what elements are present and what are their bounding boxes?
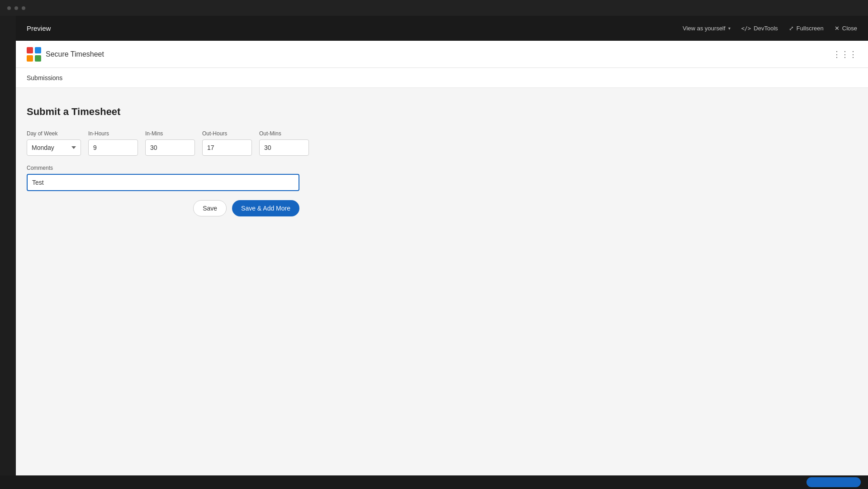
in-hours-label: In-Hours [88,130,138,137]
out-hours-input[interactable] [202,139,252,156]
form-fields-row: Day of Week Monday Tuesday Wednesday Thu… [27,130,857,156]
comments-group: Comments [27,165,857,191]
submissions-link[interactable]: Submissions [27,70,62,86]
in-mins-input[interactable] [145,139,195,156]
save-button[interactable]: Save [193,200,227,216]
in-hours-input[interactable] [88,139,138,156]
form-actions: Save Save & Add More [27,200,299,216]
out-mins-input[interactable] [259,139,309,156]
day-of-week-select[interactable]: Monday Tuesday Wednesday Thursday Friday… [27,139,81,156]
fullscreen-icon: ⤢ [789,25,794,32]
devtools-button[interactable]: </> DevTools [741,25,778,32]
chevron-down-icon: ▾ [728,26,730,31]
out-hours-group: Out-Hours [202,130,252,156]
in-hours-group: In-Hours [88,130,138,156]
save-and-add-more-button[interactable]: Save & Add More [232,200,299,216]
logo-icon [27,47,41,62]
day-of-week-group: Day of Week Monday Tuesday Wednesday Thu… [27,130,81,156]
day-of-week-label: Day of Week [27,130,81,137]
fullscreen-button[interactable]: ⤢ Fullscreen [789,25,824,32]
devtools-icon: </> [741,25,751,32]
view-as-yourself-label: View as yourself [683,25,725,32]
form-title: Submit a Timesheet [27,106,857,118]
outer-bottom-bar [0,475,868,489]
preview-title: Preview [27,24,51,32]
app-navbar: Secure Timesheet ⋮⋮⋮ [16,41,868,68]
outer-top-bar [0,0,868,16]
logo-square-bl [27,55,33,62]
close-label: Close [842,25,857,32]
app-logo: Secure Timesheet [27,47,104,62]
devtools-label: DevTools [754,25,778,32]
bottom-bar-button [806,477,861,487]
logo-square-br [35,55,41,62]
logo-square-tr [35,47,41,53]
in-mins-group: In-Mins [145,130,195,156]
preview-header: Preview View as yourself ▾ </> DevTools … [16,16,868,41]
form-area: Submit a Timesheet Day of Week Monday Tu… [16,88,868,475]
view-as-yourself-button[interactable]: View as yourself ▾ [683,25,730,32]
outer-dot-2 [14,6,18,10]
logo-square-tl [27,47,33,53]
out-mins-label: Out-Mins [259,130,309,137]
outer-left-sidebar [0,16,16,489]
preview-modal: Preview View as yourself ▾ </> DevTools … [16,16,868,475]
out-mins-group: Out-Mins [259,130,309,156]
preview-header-actions: View as yourself ▾ </> DevTools ⤢ Fullsc… [683,25,857,32]
app-name: Secure Timesheet [46,50,104,58]
outer-dot-1 [7,6,11,10]
comments-label: Comments [27,165,857,171]
outer-dot-3 [22,6,25,10]
comments-input[interactable] [27,174,299,191]
fullscreen-label: Fullscreen [797,25,824,32]
grid-icon[interactable]: ⋮⋮⋮ [833,49,857,59]
app-subnav: Submissions [16,68,868,88]
in-mins-label: In-Mins [145,130,195,137]
out-hours-label: Out-Hours [202,130,252,137]
app-content: Secure Timesheet ⋮⋮⋮ Submissions Submit … [16,41,868,475]
close-icon: ✕ [835,25,840,32]
close-button[interactable]: ✕ Close [835,25,857,32]
